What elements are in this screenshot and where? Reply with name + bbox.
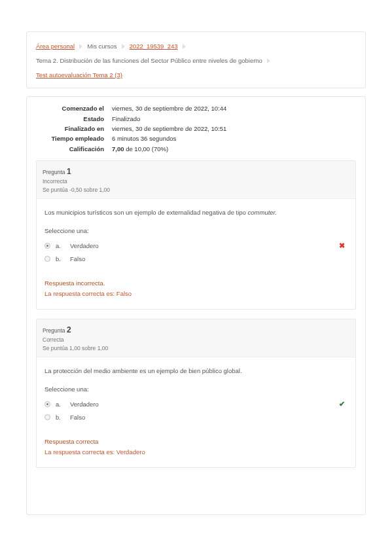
question-grade: Se puntúa 1,00 sobre 1,00 <box>43 344 349 353</box>
question-number: Pregunta 1 <box>43 169 71 175</box>
question-options: a. Verdadero ✔ b. Falso <box>45 398 347 424</box>
option-key: a. <box>56 400 63 409</box>
summary-value-time: 6 minutos 36 segundos <box>108 134 356 143</box>
chevron-right-icon <box>183 44 186 49</box>
radio-icon[interactable] <box>45 243 50 249</box>
summary-label-time: Tiempo empleado <box>36 134 108 143</box>
option-key: b. <box>56 255 63 264</box>
chevron-right-icon <box>122 44 125 49</box>
radio-icon[interactable] <box>45 414 50 420</box>
question-block: Pregunta 2 Correcta Se puntúa 1,00 sobre… <box>36 319 356 468</box>
question-prompt: Seleccione una: <box>45 226 347 236</box>
option-a[interactable]: a. Verdadero ✔ <box>45 398 347 411</box>
table-row: Comenzado el viernes, 30 de septiembre d… <box>36 103 356 113</box>
option-b[interactable]: b. Falso <box>45 253 347 266</box>
content-frame: Comenzado el viernes, 30 de septiembre d… <box>26 96 366 515</box>
feedback-status: Respuesta incorrecta. <box>45 278 347 288</box>
summary-value-started: viernes, 30 de septiembre de 2022, 10:44 <box>108 103 356 113</box>
option-label: Verdadero <box>70 242 99 251</box>
table-row: Tiempo empleado 6 minutos 36 segundos <box>36 134 356 143</box>
bc-course-code[interactable]: 2022_19539_243 <box>130 40 178 52</box>
content-scroll[interactable]: Comenzado el viernes, 30 de septiembre d… <box>27 97 365 514</box>
question-feedback: Respuesta incorrecta. La respuesta corre… <box>37 276 355 308</box>
summary-value-grade: 7,00 de 10,00 (70%) <box>108 144 356 154</box>
bc-topic: Tema 2. Distribución de las funciones de… <box>36 54 262 67</box>
table-row: Estado Finalizado <box>36 113 356 123</box>
question-state: Correcta <box>43 336 349 344</box>
summary-value-finished: viernes, 30 de septiembre de 2022, 10:51 <box>108 124 356 134</box>
option-label: Falso <box>70 255 85 264</box>
chevron-right-icon <box>79 44 82 49</box>
attempt-summary-table: Comenzado el viernes, 30 de septiembre d… <box>36 103 356 154</box>
wrong-icon: ✖ <box>339 241 345 251</box>
option-label: Verdadero <box>70 400 99 409</box>
table-row: Finalizado en viernes, 30 de septiembre … <box>36 124 356 134</box>
check-icon: ✔ <box>339 399 345 410</box>
table-row: Calificación 7,00 de 10,00 (70%) <box>36 144 356 154</box>
question-header: Pregunta 1 Incorrecta Se puntúa -0,50 so… <box>37 161 355 200</box>
summary-label-finished: Finalizado en <box>36 124 108 134</box>
radio-icon[interactable] <box>45 401 50 407</box>
summary-label-grade: Calificación <box>36 144 108 154</box>
feedback-status: Respuesta correcta <box>45 437 347 446</box>
question-feedback: Respuesta correcta La respuesta correcta… <box>37 434 355 467</box>
question-number: Pregunta 2 <box>43 327 71 334</box>
question-header: Pregunta 2 Correcta Se puntúa 1,00 sobre… <box>37 319 355 358</box>
breadcrumb-card: Área personal Mis cursos 2022_19539_243 … <box>26 31 366 88</box>
question-state: Incorrecta <box>43 177 349 186</box>
question-body: Los municipios turísticos son un ejemplo… <box>37 199 355 276</box>
breadcrumb: Área personal Mis cursos 2022_19539_243 … <box>36 40 356 81</box>
summary-value-state: Finalizado <box>108 113 356 123</box>
chevron-right-icon <box>267 58 270 63</box>
question-body: La protección del medio ambiente es un e… <box>37 357 355 434</box>
question-options: a. Verdadero ✖ b. Falso <box>45 240 347 266</box>
bc-mis-cursos: Mis cursos <box>87 40 116 52</box>
summary-label-started: Comenzado el <box>36 103 108 113</box>
option-key: a. <box>56 242 63 251</box>
option-b[interactable]: b. Falso <box>45 411 347 424</box>
question-grade: Se puntúa -0,50 sobre 1,00 <box>43 186 349 194</box>
bc-current[interactable]: Test autoevaluación Tema 2 (3) <box>36 69 122 81</box>
summary-label-state: Estado <box>36 113 108 123</box>
option-a[interactable]: a. Verdadero ✖ <box>45 240 347 253</box>
radio-icon[interactable] <box>45 256 50 262</box>
bc-area-personal[interactable]: Área personal <box>36 40 75 52</box>
feedback-correct: La respuesta correcta es: Verdadero <box>45 447 347 457</box>
option-label: Falso <box>70 413 85 422</box>
question-block: Pregunta 1 Incorrecta Se puntúa -0,50 so… <box>36 160 356 310</box>
question-text: La protección del medio ambiente es un e… <box>45 367 347 376</box>
feedback-correct: La respuesta correcta es: Falso <box>45 289 347 298</box>
question-prompt: Seleccione una: <box>45 385 347 394</box>
option-key: b. <box>56 413 63 422</box>
question-text: Los municipios turísticos son un ejemplo… <box>45 208 347 217</box>
